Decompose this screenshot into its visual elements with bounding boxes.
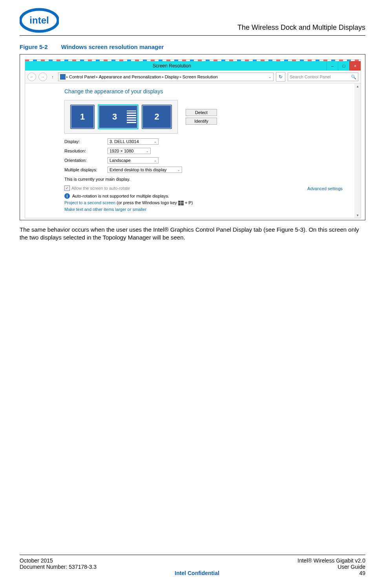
resolution-label: Resolution: — [64, 149, 108, 153]
scroll-up-icon[interactable]: ▴ — [357, 84, 359, 88]
breadcrumb-item[interactable]: Control Panel — [69, 74, 95, 79]
window-title: Screen Resolution — [153, 63, 191, 69]
main-display-text: This is currently your main display. — [64, 177, 343, 181]
orientation-label: Orientation: — [64, 158, 108, 163]
address-bar-row: ← → ↑ ▸ Control Panel ▸ Appearance and P… — [25, 71, 361, 83]
breadcrumb[interactable]: ▸ Control Panel ▸ Appearance and Persona… — [58, 73, 274, 81]
make-text-larger-link[interactable]: Make text and other items larger or smal… — [64, 207, 146, 212]
auto-rotate-checkbox[interactable]: ✓ — [64, 185, 70, 191]
windows-key-icon — [178, 201, 184, 205]
panel-heading: Change the appearance of your displays — [64, 88, 343, 94]
scroll-down-icon[interactable]: ▾ — [357, 213, 359, 217]
titlebar: Screen Resolution – □ × — [25, 61, 361, 71]
orientation-select[interactable]: Landscape⌄ — [108, 157, 159, 163]
auto-rotate-info: Auto-rotation is not supported for multi… — [72, 194, 169, 198]
advanced-settings-link[interactable]: Advanced settings — [307, 186, 343, 191]
multiple-displays-label: Multiple displays: — [64, 167, 108, 172]
resolution-select[interactable]: 1920 × 1080⌄ — [108, 148, 151, 154]
footer-date: October 2015 — [20, 557, 97, 564]
identify-button[interactable]: Identify — [186, 118, 217, 125]
monitor-2[interactable]: 2 — [142, 105, 172, 129]
close-button[interactable]: × — [349, 61, 361, 71]
page-footer: October 2015 Document Number: 537178-3.3… — [20, 555, 365, 576]
forward-button[interactable]: → — [38, 73, 47, 81]
auto-rotate-label: Allow the screen to auto-rotate — [71, 186, 130, 191]
info-icon: i — [64, 193, 70, 199]
scrollbar[interactable]: ▴ ▾ — [354, 83, 361, 218]
search-placeholder: Search Control Panel — [290, 74, 331, 79]
breadcrumb-item[interactable]: Screen Resolution — [182, 74, 218, 79]
search-input[interactable]: Search Control Panel 🔍 — [288, 73, 358, 81]
svg-text:intel: intel — [29, 15, 49, 25]
detect-button[interactable]: Detect — [186, 109, 217, 116]
control-panel-icon — [60, 74, 66, 80]
minimize-button[interactable]: – — [327, 61, 338, 71]
figure-frame: Screen Resolution – □ × ← → ↑ ▸ Control … — [20, 54, 365, 220]
figure-caption: Figure 5-2 Windows screen resolution man… — [20, 44, 365, 50]
intel-logo: intel — [20, 8, 59, 33]
body-paragraph: The same behavior occurs when the user u… — [20, 226, 365, 242]
restore-button[interactable]: □ — [338, 61, 349, 71]
display-arrangement[interactable]: 1 3 2 — [64, 100, 178, 134]
display-label: Display: — [64, 139, 108, 144]
project-second-screen-link[interactable]: Project to a second screen — [64, 200, 115, 205]
footer-confidential: Intel Confidential — [175, 570, 219, 576]
footer-doc-type: User Guide — [297, 564, 365, 570]
up-button[interactable]: ↑ — [49, 74, 56, 80]
breadcrumb-item[interactable]: Display — [165, 74, 179, 79]
screenshot-window: Screen Resolution – □ × ← → ↑ ▸ Control … — [25, 59, 361, 218]
footer-doc-number: Document Number: 537178-3.3 — [20, 564, 97, 570]
footer-product: Intel® Wireless Gigabit v2.0 — [297, 557, 365, 564]
multiple-displays-select[interactable]: Extend desktop to this display⌄ — [108, 167, 182, 173]
refresh-button[interactable]: ↻ — [276, 72, 285, 82]
monitor-1[interactable]: 1 — [70, 105, 95, 129]
project-suffix-a: (or press the Windows logo key — [115, 200, 178, 205]
page-header: intel The Wireless Dock and Multiple Dis… — [20, 8, 365, 36]
breadcrumb-item[interactable]: Appearance and Personalization — [99, 74, 161, 79]
content-area: Change the appearance of your displays 1… — [25, 83, 361, 218]
search-icon: 🔍 — [351, 74, 356, 80]
footer-page-number: 49 — [297, 570, 365, 576]
back-button[interactable]: ← — [27, 73, 36, 81]
display-select[interactable]: 3. DELL U3014⌄ — [108, 138, 159, 145]
figure-label: Figure 5-2 — [20, 44, 48, 50]
project-suffix-b: + P) — [184, 200, 193, 205]
figure-title: Windows screen resolution manager — [61, 44, 164, 50]
section-title: The Wireless Dock and Multiple Displays — [237, 24, 365, 32]
monitor-3-selected[interactable]: 3 — [98, 104, 139, 129]
taskbar-icon — [127, 111, 136, 123]
